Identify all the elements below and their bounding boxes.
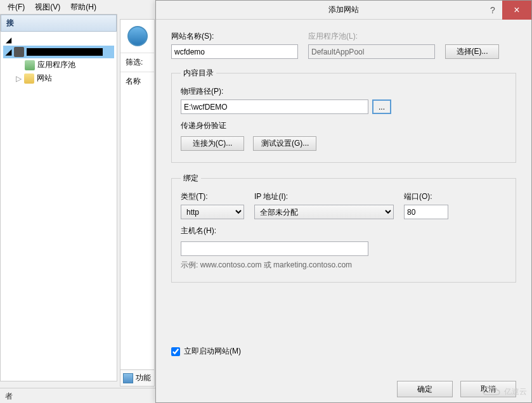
close-button[interactable]: × [502, 1, 531, 20]
name-column-header: 名称 [120, 72, 154, 91]
select-app-pool-button[interactable]: 选择(E)... [445, 44, 499, 59]
filter-label: 筛选: [120, 53, 154, 72]
dialog-titlebar: 添加网站 ? × [156, 1, 531, 20]
passthrough-auth-label: 传递身份验证 [181, 120, 507, 131]
port-input[interactable] [404, 205, 448, 219]
start-immediately-label: 立即启动网站(M) [184, 346, 241, 357]
server-name-redacted [27, 48, 103, 56]
tree-sites[interactable]: ▷ 网站 [3, 72, 114, 85]
features-panel: 筛选: 名称 [120, 19, 155, 387]
hostname-input[interactable] [181, 241, 368, 256]
dialog-body: 网站名称(S): 应用程序池(L): 选择(E)... 内容目录 物理路径(P)… [156, 20, 531, 368]
tree-root[interactable]: ◢ [3, 34, 114, 46]
menu-file[interactable]: 件(F) [3, 1, 30, 14]
functions-label: 功能 [136, 373, 151, 383]
type-select[interactable]: http [181, 205, 244, 219]
content-dir-legend: 内容目录 [181, 68, 216, 79]
app-pool-icon [25, 60, 35, 70]
tree-label: 应用程序池 [37, 60, 75, 70]
tree-caret-icon: ◢ [6, 35, 11, 44]
server-icon [14, 47, 24, 57]
tree-app-pools[interactable]: 应用程序池 [3, 58, 114, 72]
add-website-dialog: 添加网站 ? × 网站名称(S): 应用程序池(L): 选择(E)... 内容目… [155, 0, 532, 403]
browse-button[interactable]: ... [372, 99, 391, 114]
ok-button[interactable]: 确定 [397, 381, 453, 397]
app-pool-label: 应用程序池(L): [308, 31, 435, 42]
hostname-example: 示例: www.contoso.com 或 marketing.contoso.… [181, 260, 507, 271]
type-label: 类型(T): [181, 191, 244, 202]
app-pool-input [308, 44, 435, 59]
start-immediately-checkbox[interactable] [171, 347, 180, 356]
menu-help[interactable]: 帮助(H) [65, 1, 101, 14]
connect-as-button[interactable]: 连接为(C)... [181, 136, 244, 151]
physical-path-input[interactable] [181, 99, 368, 114]
features-view-icon [123, 373, 133, 383]
cancel-button[interactable]: 取消 [460, 381, 516, 397]
site-name-label: 网站名称(S): [171, 31, 298, 42]
help-button[interactable]: ? [483, 1, 502, 20]
menu-view[interactable]: 视图(V) [30, 1, 65, 14]
ip-select[interactable]: 全部未分配 [254, 205, 394, 219]
site-name-input[interactable] [171, 44, 298, 59]
port-label: 端口(O): [404, 191, 448, 202]
test-settings-button[interactable]: 测试设置(G)... [253, 136, 316, 151]
connections-panel: 接 ◢ ◢ 应用程序池 ▷ 网站 [0, 14, 117, 381]
connections-header: 接 [1, 15, 117, 32]
tree-server-node[interactable]: ◢ [3, 46, 114, 58]
folder-icon [24, 74, 34, 84]
tree-label: 网站 [37, 73, 52, 84]
binding-legend: 绑定 [181, 173, 201, 184]
globe-icon [127, 26, 148, 46]
functions-bar[interactable]: 功能 [120, 369, 155, 387]
start-immediately-row[interactable]: 立即启动网站(M) [171, 346, 516, 357]
binding-fieldset: 绑定 类型(T): http IP 地址(I): 全部未分配 端口(O): 主机… [171, 173, 516, 283]
expand-icon[interactable]: ▷ [16, 74, 22, 83]
tree-caret-icon: ◢ [6, 48, 11, 56]
status-bar: 者 [0, 388, 155, 403]
dialog-footer: 确定 取消 [397, 381, 516, 397]
ip-label: IP 地址(I): [254, 191, 394, 202]
server-tree[interactable]: ◢ ◢ 应用程序池 ▷ 网站 [1, 32, 117, 87]
content-directory-fieldset: 内容目录 物理路径(P): ... 传递身份验证 连接为(C)... 测试设置(… [171, 68, 516, 163]
dialog-title: 添加网站 [328, 4, 359, 15]
hostname-label: 主机名(H): [181, 226, 507, 236]
physical-path-label: 物理路径(P): [181, 86, 507, 97]
